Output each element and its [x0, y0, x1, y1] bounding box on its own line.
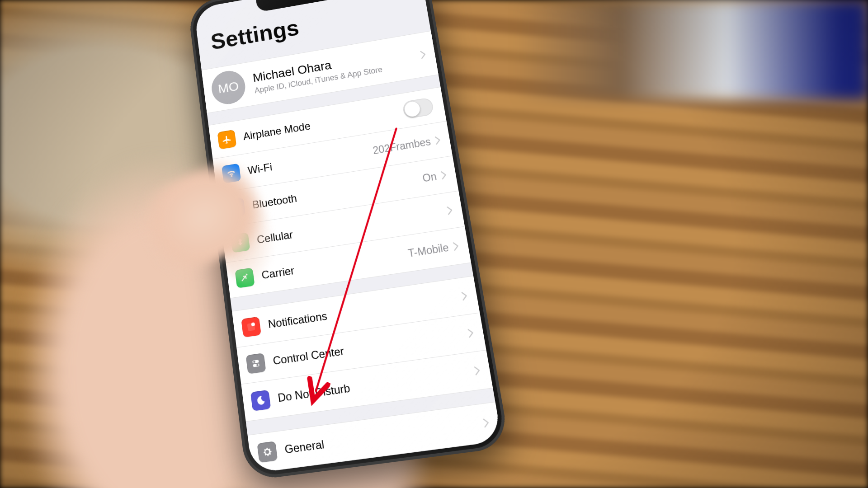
carrier-value: T-Mobile [407, 241, 450, 260]
chevron-right-icon [467, 328, 474, 338]
airplane-mode-toggle[interactable] [402, 97, 434, 119]
wifi-value: 202Frambes [372, 136, 432, 157]
avatar: MO [210, 68, 247, 107]
airplane-icon [217, 130, 236, 150]
system-group-1: Notifications Control Center [232, 276, 493, 422]
chevron-right-icon [440, 170, 447, 180]
chevron-right-icon [453, 241, 460, 251]
chevron-right-icon [461, 291, 468, 301]
chevron-right-icon [482, 418, 490, 428]
control-center-icon [245, 353, 266, 374]
notifications-icon [241, 316, 261, 337]
chevron-right-icon [420, 50, 426, 59]
chevron-right-icon [446, 206, 453, 216]
chevron-right-icon [474, 366, 481, 376]
bluetooth-value: On [422, 170, 438, 184]
general-icon [257, 441, 278, 463]
dnd-icon [250, 390, 271, 411]
chevron-right-icon [434, 136, 441, 145]
